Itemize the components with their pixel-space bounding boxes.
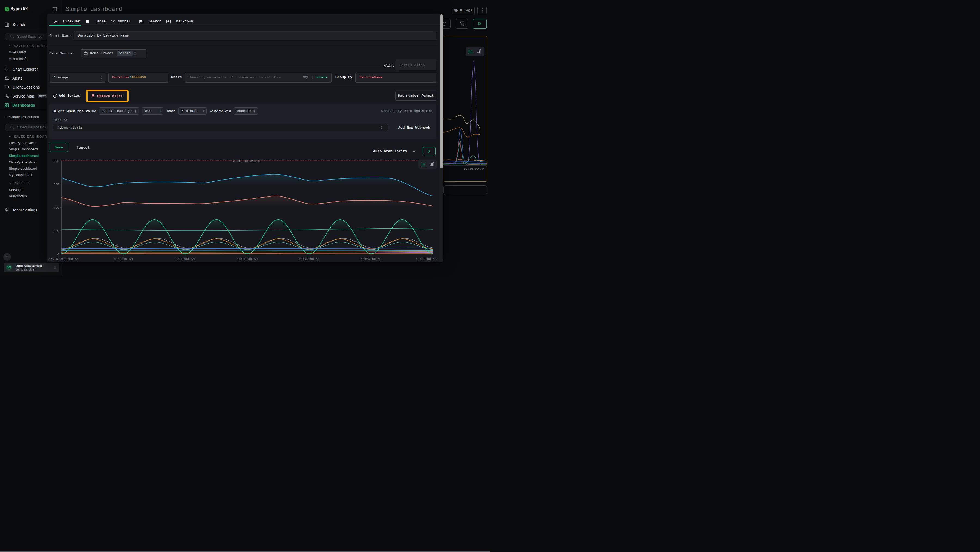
svg-text:10:05:00 AM: 10:05:00 AM bbox=[237, 257, 258, 261]
svg-text:Alert Threshold: Alert Threshold bbox=[233, 159, 261, 163]
svg-text:Nov 6 9:35:00 AM: Nov 6 9:35:00 AM bbox=[48, 257, 79, 261]
svg-text:10:35:00 AM: 10:35:00 AM bbox=[464, 167, 484, 171]
svg-text:10:15:00 AM: 10:15:00 AM bbox=[299, 257, 320, 261]
svg-text:10:35:00 AM: 10:35:00 AM bbox=[416, 257, 437, 261]
svg-text:9:55:00 AM: 9:55:00 AM bbox=[176, 257, 195, 261]
svg-text:200: 200 bbox=[54, 229, 59, 233]
svg-text:0: 0 bbox=[57, 252, 59, 256]
svg-text:800: 800 bbox=[54, 160, 59, 163]
svg-text:600: 600 bbox=[54, 183, 59, 186]
svg-text:9:45:00 AM: 9:45:00 AM bbox=[114, 257, 132, 261]
svg-text:400: 400 bbox=[54, 206, 59, 209]
svg-text:10:25:00 AM: 10:25:00 AM bbox=[361, 257, 381, 261]
